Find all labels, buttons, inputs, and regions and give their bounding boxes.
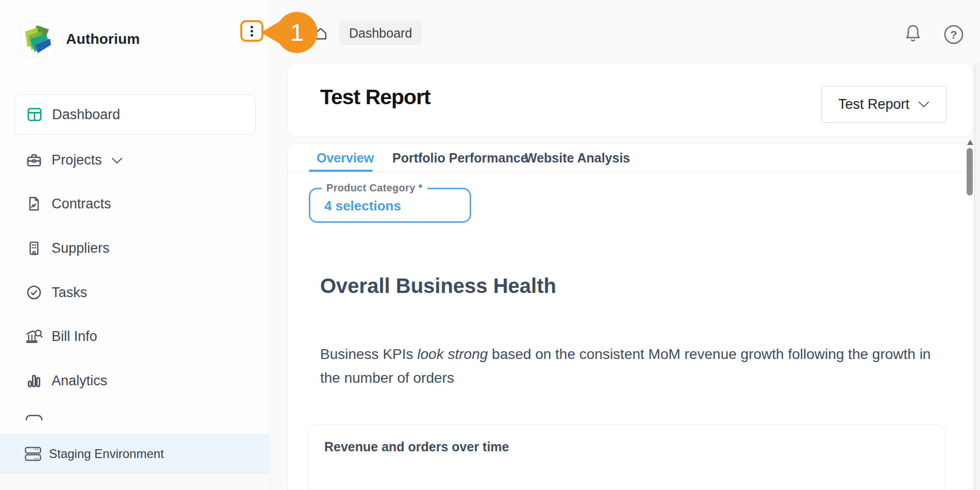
breadcrumb-dashboard[interactable]: Dashboard	[339, 21, 422, 45]
chart-card-title: Revenue and orders over time	[324, 439, 509, 454]
report-body-panel: Overview Portfolio Performance Website A…	[287, 143, 973, 490]
page-title: Test Report	[320, 85, 430, 109]
app-root: Authorium Dashboard	[0, 0, 980, 490]
sidebar-item-contracts[interactable]: Contracts	[0, 188, 270, 220]
check-circle-icon	[25, 283, 43, 302]
sidebar-item-projects[interactable]: Projects	[0, 144, 270, 176]
product-category-filter[interactable]: Product Category * 4 selections	[309, 188, 471, 223]
sidebar-bottom-strip	[0, 474, 270, 490]
sidebar-item-label: Dashboard	[52, 107, 120, 123]
filter-label: Product Category *	[322, 182, 427, 194]
report-selector-dropdown[interactable]: Test Report	[821, 86, 947, 123]
bank-search-icon	[25, 327, 43, 346]
sidebar-item-label: Projects	[52, 152, 102, 168]
sidebar-item-label: Suppliers	[52, 240, 110, 256]
summary-text: Business KPIs	[320, 346, 417, 362]
report-selector-value: Test Report	[838, 96, 909, 112]
kebab-dot	[251, 30, 253, 32]
sidebar-item-label: Tasks	[52, 285, 87, 301]
svg-text:?: ?	[950, 28, 957, 41]
scrollbar-up-arrow[interactable]	[967, 140, 973, 145]
tab-portfolio-performance[interactable]: Portfolio Performance	[392, 151, 528, 166]
kebab-dot	[251, 26, 253, 28]
tab-bar: Overview Portfolio Performance Website A…	[288, 144, 972, 173]
window-edge-gutter	[975, 63, 980, 490]
dashboard-layout-icon	[25, 105, 44, 124]
sidebar-item-bill-info[interactable]: Bill Info	[0, 320, 270, 352]
building-icon	[25, 239, 43, 257]
report-header-card: Test Report Test Report	[287, 63, 973, 137]
filter-selected-value: 4 selections	[324, 198, 401, 214]
annotation-step-number: 1	[290, 19, 304, 46]
bell-icon[interactable]	[903, 22, 923, 45]
scrollbar-thumb[interactable]	[967, 148, 973, 195]
summary-paragraph: Business KPIs look strong based on the c…	[320, 342, 931, 390]
authorium-logo-icon	[23, 24, 52, 54]
sidebar-item-analytics[interactable]: Analytics	[0, 365, 270, 397]
bar-chart-icon	[25, 371, 43, 390]
breadcrumb-label: Dashboard	[349, 26, 412, 41]
sidebar-item-label: Analytics	[52, 373, 107, 389]
partially-visible-nav-icon	[25, 414, 43, 421]
server-stack-icon	[24, 446, 42, 462]
sidebar-item-label: Contracts	[52, 196, 111, 212]
contract-document-icon	[25, 194, 43, 213]
home-icon[interactable]	[313, 26, 328, 42]
sidebar-item-label: Bill Info	[52, 329, 97, 345]
tab-website-analysis[interactable]: Website Analysis	[525, 151, 630, 166]
briefcase-icon	[25, 151, 43, 169]
help-icon[interactable]: ?	[943, 24, 964, 45]
section-heading: Overall Business Health	[320, 274, 556, 298]
sidebar-item-tasks[interactable]: Tasks	[0, 276, 270, 308]
sidebar-item-label: Staging Environment	[49, 447, 164, 461]
authorium-logo	[21, 22, 55, 57]
sidebar-item-suppliers[interactable]: Suppliers	[0, 232, 270, 264]
kebab-dot	[251, 34, 253, 37]
chevron-down-icon	[918, 101, 930, 108]
kebab-menu-button[interactable]	[240, 20, 263, 42]
brand-name: Authorium	[66, 31, 140, 47]
sidebar-item-staging-environment[interactable]: Staging Environment	[0, 434, 270, 473]
chevron-down-icon	[111, 157, 123, 164]
active-tab-underline	[309, 170, 373, 172]
sidebar: Authorium Dashboard	[0, 0, 270, 490]
summary-emphasis: look strong	[417, 346, 488, 362]
tab-overview[interactable]: Overview	[317, 151, 374, 166]
sidebar-item-dashboard[interactable]: Dashboard	[14, 94, 256, 135]
revenue-orders-chart-card: Revenue and orders over time	[308, 424, 945, 490]
